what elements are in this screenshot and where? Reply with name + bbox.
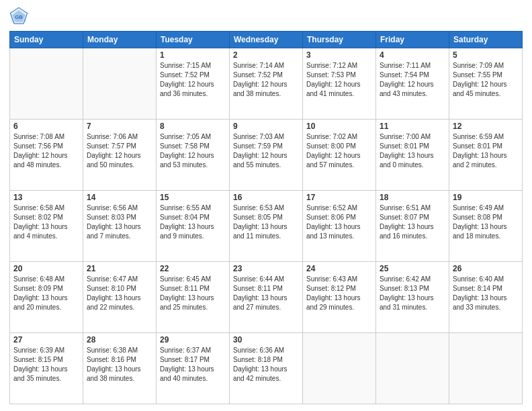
day-info: Sunrise: 6:36 AM Sunset: 8:18 PM Dayligh… [233, 346, 299, 383]
day-cell: 9Sunrise: 7:03 AM Sunset: 7:59 PM Daylig… [230, 120, 303, 191]
day-cell: 10Sunrise: 7:02 AM Sunset: 8:00 PM Dayli… [303, 120, 376, 191]
day-cell [303, 333, 376, 404]
day-number: 28 [87, 335, 152, 345]
day-number: 18 [380, 193, 445, 202]
day-cell: 17Sunrise: 6:52 AM Sunset: 8:06 PM Dayli… [303, 191, 376, 262]
day-cell: 24Sunrise: 6:43 AM Sunset: 8:12 PM Dayli… [303, 262, 376, 333]
day-cell: 14Sunrise: 6:56 AM Sunset: 8:03 PM Dayli… [83, 191, 157, 262]
day-cell: 26Sunrise: 6:40 AM Sunset: 8:14 PM Dayli… [449, 262, 523, 333]
day-number: 6 [13, 122, 79, 131]
day-cell [449, 333, 523, 404]
day-cell: 7Sunrise: 7:06 AM Sunset: 7:57 PM Daylig… [83, 120, 157, 191]
day-cell: 5Sunrise: 7:09 AM Sunset: 7:55 PM Daylig… [449, 48, 523, 120]
day-cell: 21Sunrise: 6:47 AM Sunset: 8:10 PM Dayli… [83, 262, 157, 333]
day-info: Sunrise: 6:37 AM Sunset: 8:17 PM Dayligh… [160, 346, 226, 383]
day-cell: 27Sunrise: 6:39 AM Sunset: 8:15 PM Dayli… [10, 333, 83, 404]
day-info: Sunrise: 6:59 AM Sunset: 8:01 PM Dayligh… [453, 132, 519, 170]
day-info: Sunrise: 6:55 AM Sunset: 8:04 PM Dayligh… [160, 203, 226, 241]
day-number: 16 [233, 193, 299, 202]
day-cell: 12Sunrise: 6:59 AM Sunset: 8:01 PM Dayli… [449, 120, 523, 191]
day-number: 19 [453, 193, 519, 202]
day-info: Sunrise: 7:03 AM Sunset: 7:59 PM Dayligh… [233, 132, 299, 170]
col-header-saturday: Saturday [449, 32, 523, 48]
day-number: 5 [453, 50, 519, 60]
day-number: 24 [306, 264, 372, 273]
week-row-1: 1Sunrise: 7:15 AM Sunset: 7:52 PM Daylig… [10, 48, 523, 120]
day-info: Sunrise: 6:38 AM Sunset: 8:16 PM Dayligh… [87, 346, 152, 383]
day-cell: 23Sunrise: 6:44 AM Sunset: 8:11 PM Dayli… [230, 262, 303, 333]
day-cell: 6Sunrise: 7:08 AM Sunset: 7:56 PM Daylig… [10, 120, 83, 191]
day-number: 3 [306, 50, 372, 60]
day-number: 12 [453, 122, 519, 131]
day-cell [83, 48, 157, 120]
day-info: Sunrise: 7:08 AM Sunset: 7:56 PM Dayligh… [13, 132, 79, 170]
day-cell: 19Sunrise: 6:49 AM Sunset: 8:08 PM Dayli… [449, 191, 523, 262]
calendar-table: SundayMondayTuesdayWednesdayThursdayFrid… [9, 31, 523, 404]
week-row-3: 13Sunrise: 6:58 AM Sunset: 8:02 PM Dayli… [10, 191, 523, 262]
day-info: Sunrise: 6:56 AM Sunset: 8:03 PM Dayligh… [87, 203, 152, 241]
day-number: 4 [380, 50, 445, 60]
day-info: Sunrise: 7:09 AM Sunset: 7:55 PM Dayligh… [453, 61, 519, 99]
day-cell: 1Sunrise: 7:15 AM Sunset: 7:52 PM Daylig… [157, 48, 230, 120]
day-number: 29 [160, 335, 226, 345]
col-header-friday: Friday [376, 32, 449, 48]
day-cell: 30Sunrise: 6:36 AM Sunset: 8:18 PM Dayli… [230, 333, 303, 404]
day-number: 30 [233, 335, 299, 345]
day-cell [376, 333, 449, 404]
day-info: Sunrise: 7:06 AM Sunset: 7:57 PM Dayligh… [87, 132, 152, 170]
page: GB SundayMondayTuesdayWednesdayThursdayF… [0, 0, 532, 411]
day-cell: 16Sunrise: 6:53 AM Sunset: 8:05 PM Dayli… [230, 191, 303, 262]
day-info: Sunrise: 6:40 AM Sunset: 8:14 PM Dayligh… [453, 275, 519, 312]
day-info: Sunrise: 7:12 AM Sunset: 7:53 PM Dayligh… [306, 61, 372, 99]
col-header-wednesday: Wednesday [230, 32, 303, 48]
day-info: Sunrise: 7:11 AM Sunset: 7:54 PM Dayligh… [380, 61, 445, 99]
day-number: 17 [306, 193, 372, 202]
day-info: Sunrise: 6:43 AM Sunset: 8:12 PM Dayligh… [306, 275, 372, 312]
day-cell [10, 48, 83, 120]
day-number: 10 [306, 122, 372, 131]
day-info: Sunrise: 7:05 AM Sunset: 7:58 PM Dayligh… [160, 132, 226, 170]
day-info: Sunrise: 6:48 AM Sunset: 8:09 PM Dayligh… [13, 275, 79, 312]
day-info: Sunrise: 7:14 AM Sunset: 7:52 PM Dayligh… [233, 61, 299, 99]
day-number: 26 [453, 264, 519, 273]
logo: GB [9, 7, 31, 26]
day-cell: 11Sunrise: 7:00 AM Sunset: 8:01 PM Dayli… [376, 120, 449, 191]
day-info: Sunrise: 6:53 AM Sunset: 8:05 PM Dayligh… [233, 203, 299, 241]
day-cell: 25Sunrise: 6:42 AM Sunset: 8:13 PM Dayli… [376, 262, 449, 333]
day-number: 14 [87, 193, 152, 202]
day-number: 11 [380, 122, 445, 131]
day-cell: 13Sunrise: 6:58 AM Sunset: 8:02 PM Dayli… [10, 191, 83, 262]
col-header-thursday: Thursday [303, 32, 376, 48]
day-cell: 28Sunrise: 6:38 AM Sunset: 8:16 PM Dayli… [83, 333, 157, 404]
day-info: Sunrise: 6:42 AM Sunset: 8:13 PM Dayligh… [380, 275, 445, 312]
day-number: 2 [233, 50, 299, 60]
day-number: 13 [13, 193, 79, 202]
day-cell: 4Sunrise: 7:11 AM Sunset: 7:54 PM Daylig… [376, 48, 449, 120]
day-cell: 3Sunrise: 7:12 AM Sunset: 7:53 PM Daylig… [303, 48, 376, 120]
day-number: 20 [13, 264, 79, 273]
day-cell: 15Sunrise: 6:55 AM Sunset: 8:04 PM Dayli… [157, 191, 230, 262]
svg-text:GB: GB [15, 14, 23, 20]
day-info: Sunrise: 6:49 AM Sunset: 8:08 PM Dayligh… [453, 203, 519, 241]
day-cell: 2Sunrise: 7:14 AM Sunset: 7:52 PM Daylig… [230, 48, 303, 120]
day-number: 8 [160, 122, 226, 131]
day-info: Sunrise: 7:00 AM Sunset: 8:01 PM Dayligh… [380, 132, 445, 170]
day-number: 15 [160, 193, 226, 202]
day-info: Sunrise: 6:51 AM Sunset: 8:07 PM Dayligh… [380, 203, 445, 241]
col-header-tuesday: Tuesday [157, 32, 230, 48]
day-cell: 22Sunrise: 6:45 AM Sunset: 8:11 PM Dayli… [157, 262, 230, 333]
day-number: 25 [380, 264, 445, 273]
day-info: Sunrise: 7:15 AM Sunset: 7:52 PM Dayligh… [160, 61, 226, 99]
day-cell: 8Sunrise: 7:05 AM Sunset: 7:58 PM Daylig… [157, 120, 230, 191]
day-info: Sunrise: 6:44 AM Sunset: 8:11 PM Dayligh… [233, 275, 299, 312]
day-cell: 18Sunrise: 6:51 AM Sunset: 8:07 PM Dayli… [376, 191, 449, 262]
day-number: 23 [233, 264, 299, 273]
week-row-2: 6Sunrise: 7:08 AM Sunset: 7:56 PM Daylig… [10, 120, 523, 191]
col-header-monday: Monday [83, 32, 157, 48]
day-info: Sunrise: 6:52 AM Sunset: 8:06 PM Dayligh… [306, 203, 372, 241]
day-number: 9 [233, 122, 299, 131]
header-row: SundayMondayTuesdayWednesdayThursdayFrid… [10, 32, 523, 48]
day-number: 1 [160, 50, 226, 60]
week-row-4: 20Sunrise: 6:48 AM Sunset: 8:09 PM Dayli… [10, 262, 523, 333]
day-number: 27 [13, 335, 79, 345]
